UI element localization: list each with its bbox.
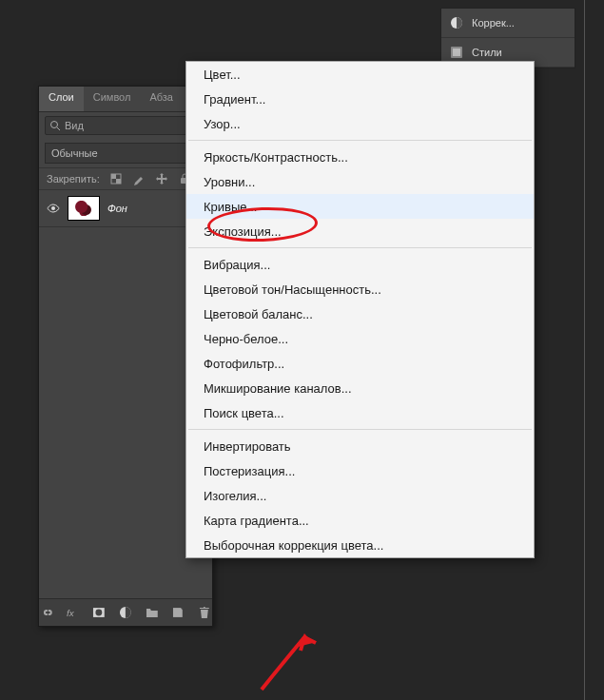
svg-rect-6: [111, 174, 116, 179]
adjustment-layer-icon[interactable]: [118, 605, 133, 620]
svg-rect-2: [453, 49, 460, 56]
menu-item[interactable]: Карта градиента...: [186, 508, 534, 533]
lock-pixels-icon[interactable]: [109, 172, 123, 185]
svg-marker-15: [298, 633, 313, 647]
blendmode-select[interactable]: Обычные: [45, 143, 206, 164]
menu-item[interactable]: Выборочная коррекция цвета...: [186, 533, 534, 557]
menu-item[interactable]: Постеризация...: [186, 458, 534, 483]
menu-item[interactable]: Изогелия...: [186, 483, 534, 508]
styles-icon: [449, 45, 464, 60]
menu-item[interactable]: Уровни...: [186, 169, 534, 194]
layers-bottom-bar: fx: [39, 598, 212, 626]
panel-item-label: Коррек...: [472, 17, 515, 29]
tab-layers[interactable]: Слои: [39, 87, 84, 111]
menu-item[interactable]: Вибрация...: [186, 252, 534, 277]
menu-separator: [188, 429, 532, 430]
fx-icon[interactable]: fx: [66, 605, 81, 620]
svg-rect-14: [173, 608, 183, 617]
menu-item[interactable]: Цветовой баланс...: [186, 301, 534, 326]
menu-item[interactable]: Инвертировать: [186, 434, 534, 458]
circle-half-icon: [449, 15, 464, 30]
layer-thumbnail[interactable]: [68, 196, 100, 221]
menu-separator: [188, 247, 532, 248]
menu-item[interactable]: Кривые...: [186, 194, 534, 219]
menu-item[interactable]: Цветовой тон/Насыщенность...: [186, 277, 534, 301]
adjustment-layer-menu: Цвет...Градиент...Узор...Яркость/Контрас…: [185, 61, 535, 558]
menu-item[interactable]: Фотофильтр...: [186, 351, 534, 376]
visibility-icon[interactable]: [47, 202, 60, 215]
svg-line-4: [57, 127, 60, 130]
svg-rect-7: [116, 179, 121, 184]
layer-mask-icon[interactable]: [91, 605, 107, 620]
lock-move-icon[interactable]: [155, 172, 168, 185]
menu-item[interactable]: Яркость/Контрастность...: [186, 145, 534, 169]
panel-item-label: Стили: [472, 47, 502, 58]
adjustments-panel: Коррек... Стили: [440, 8, 575, 68]
layer-filter-select[interactable]: Вид: [45, 116, 206, 135]
svg-point-9: [51, 206, 55, 210]
menu-item[interactable]: Экспозиция...: [186, 219, 534, 243]
menu-item[interactable]: Микширование каналов...: [186, 376, 534, 400]
svg-point-3: [51, 122, 58, 128]
tab-paragraph[interactable]: Абза: [140, 87, 183, 111]
menu-item[interactable]: Узор...: [186, 111, 534, 136]
app-divider: [584, 0, 585, 700]
search-icon: [49, 120, 61, 131]
lock-label: Закрепить:: [47, 173, 100, 185]
link-layers-icon[interactable]: [39, 605, 54, 620]
trash-icon[interactable]: [197, 605, 212, 620]
new-layer-icon[interactable]: [171, 605, 186, 620]
menu-item[interactable]: Поиск цвета...: [186, 400, 534, 425]
menu-item[interactable]: Цвет...: [186, 62, 534, 87]
tab-character[interactable]: Символ: [84, 87, 141, 111]
svg-point-12: [96, 610, 103, 616]
layer-filter-label: Вид: [65, 120, 84, 131]
layer-name[interactable]: Фон: [107, 203, 127, 214]
annotation-arrow: [252, 628, 338, 694]
svg-text:fx: fx: [67, 608, 75, 618]
panel-item-corrections[interactable]: Коррек...: [441, 9, 575, 38]
lock-brush-icon[interactable]: [132, 172, 146, 185]
blendmode-label: Обычные: [51, 147, 98, 159]
menu-separator: [188, 140, 532, 141]
group-icon[interactable]: [145, 605, 160, 620]
menu-item[interactable]: Градиент...: [186, 87, 534, 111]
menu-item[interactable]: Черно-белое...: [186, 326, 534, 351]
